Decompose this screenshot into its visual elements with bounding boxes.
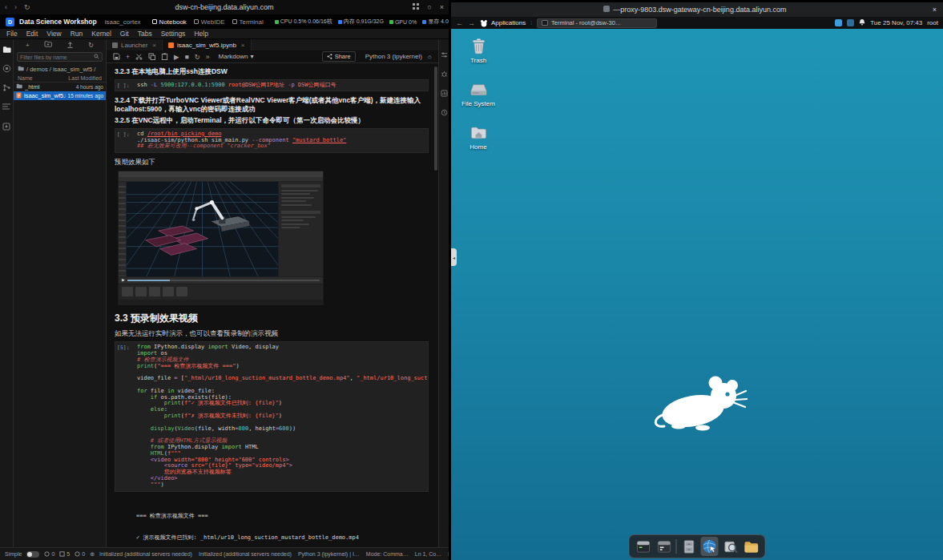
- simple-mode-toggle[interactable]: [26, 551, 39, 558]
- run-all-icon[interactable]: »: [206, 53, 210, 61]
- column-name[interactable]: Name: [18, 75, 33, 81]
- new-folder-icon[interactable]: [44, 41, 52, 49]
- cut-cell-icon[interactable]: [135, 53, 143, 60]
- session-icon[interactable]: ○: [427, 3, 431, 11]
- add-status-icon[interactable]: ⊕: [90, 551, 95, 558]
- extensions-icon[interactable]: [2, 122, 11, 131]
- column-modified[interactable]: Last Modified: [68, 75, 102, 81]
- menu-tabs[interactable]: Tabs: [138, 30, 152, 38]
- markdown-cell-expect[interactable]: 预期效果如下: [115, 158, 429, 167]
- close-vnc-icon[interactable]: ×: [933, 6, 937, 14]
- file-row-notebook[interactable]: isaac_sim_wf5.ipy… 15 minutes ago: [14, 91, 106, 100]
- code-editor[interactable]: ssh -L 5900:127.0.0.1:5900 root@DSW公网IP地…: [134, 80, 428, 91]
- kernels-count[interactable]: 5: [59, 551, 70, 557]
- dock-screenshot-tool-icon[interactable]: [722, 537, 739, 556]
- git-icon[interactable]: [2, 83, 11, 92]
- back-icon[interactable]: ‹: [5, 3, 7, 11]
- apps-grid-icon[interactable]: [413, 3, 419, 11]
- file-filter-input[interactable]: [20, 54, 92, 60]
- tab-terminal[interactable]: Terminal: [232, 18, 264, 26]
- running-sessions-icon[interactable]: [2, 64, 11, 73]
- taskbar-terminal-button[interactable]: Terminal - root@dsw-30…: [537, 18, 657, 28]
- file-list-header[interactable]: Name Last Modified: [14, 74, 106, 83]
- desktop-icon-trash[interactable]: Trash: [456, 37, 501, 64]
- breadcrumb[interactable]: / demos / isaac_sim_wf5 /: [14, 64, 106, 74]
- panel-user[interactable]: root: [927, 19, 938, 26]
- run-cell-icon[interactable]: ▶: [174, 53, 179, 61]
- notebook-scrollbar[interactable]: [434, 66, 437, 171]
- close-window-icon[interactable]: ×: [440, 3, 444, 11]
- dock-terminal-icon[interactable]: [635, 537, 652, 556]
- paste-cell-icon[interactable]: [161, 53, 168, 60]
- dock-terminal-window-icon[interactable]: [655, 537, 673, 556]
- desktop-icon-home[interactable]: Home: [456, 123, 501, 151]
- markdown-cell-324[interactable]: 3.2.4 下载并打开TurboVNC Viewer或者RealVNC View…: [115, 96, 429, 113]
- debugger-icon[interactable]: [440, 70, 449, 79]
- menu-settings[interactable]: Settings: [161, 30, 186, 38]
- tray-icon-display[interactable]: [847, 19, 854, 26]
- tab-notebook-file[interactable]: isaac_sim_wf5.ipynb ×: [163, 39, 251, 50]
- menu-git[interactable]: Git: [120, 30, 129, 38]
- file-browser-icon[interactable]: [2, 45, 11, 54]
- menu-view[interactable]: View: [46, 30, 61, 38]
- markdown-cell-325[interactable]: 3.2.5 在VNC远程中，启动Terminal，并运行以下命令即可（第一次启动…: [115, 116, 429, 125]
- menu-edit[interactable]: Edit: [26, 30, 38, 38]
- cursor-position[interactable]: Ln 1, Co…: [415, 551, 441, 557]
- dock-file-cabinet-icon[interactable]: [680, 537, 698, 556]
- desktop-icon-filesystem[interactable]: File System: [456, 80, 501, 107]
- refresh-icon[interactable]: ↻: [24, 3, 30, 11]
- menu-kernel[interactable]: Kernel: [91, 30, 111, 38]
- menu-help[interactable]: Help: [194, 30, 208, 38]
- code-editor[interactable]: from IPython.display import Video, displ…: [134, 342, 428, 490]
- editor-mode[interactable]: Mode: Comma…: [366, 551, 409, 557]
- dock-web-browser-icon[interactable]: [701, 537, 719, 556]
- restart-kernel-icon[interactable]: ↻: [195, 53, 200, 61]
- markdown-cell-323[interactable]: 3.2.3 在本地电脑上使用ssh连接DSW: [115, 67, 429, 76]
- save-icon[interactable]: [113, 53, 120, 60]
- forward-icon[interactable]: ›: [14, 3, 17, 11]
- file-row-html[interactable]: _html 4 hours ago: [14, 83, 106, 91]
- xfce-desktop[interactable]: Trash File System Home: [451, 29, 943, 560]
- kernel-status[interactable]: Python 3 (ipykernel) | I…: [298, 551, 360, 557]
- kernel-name[interactable]: Python 3 (ipykernel): [365, 53, 422, 60]
- vnc-control-handle[interactable]: ◂: [451, 248, 457, 266]
- applications-menu[interactable]: Applications: [480, 19, 526, 27]
- panel-bell-icon[interactable]: [859, 18, 865, 27]
- panel-clock[interactable]: Tue 25 Nov, 07:43: [870, 19, 922, 26]
- tab-launcher[interactable]: Launcher ×: [107, 39, 163, 50]
- close-tab-icon[interactable]: ×: [241, 42, 245, 49]
- cell-type-dropdown[interactable]: Markdown ▾: [219, 53, 254, 60]
- sessions-panel-icon[interactable]: [440, 108, 449, 117]
- new-launcher-icon[interactable]: +: [26, 42, 30, 49]
- stop-kernel-icon[interactable]: ■: [185, 53, 189, 61]
- active-file[interactable]: isaac_sim_wf5.ipy…: [448, 551, 449, 557]
- code-cell-ssh[interactable]: [ ]: ssh -L 5900:127.0.0.1:5900 root@DSW…: [115, 79, 429, 92]
- share-button[interactable]: Share: [322, 51, 356, 62]
- refresh-files-icon[interactable]: ↻: [88, 42, 94, 49]
- tab-webide[interactable]: WebIDE: [194, 18, 225, 26]
- dock-file-manager-icon[interactable]: [743, 537, 760, 556]
- terminals-count[interactable]: 0: [44, 551, 54, 557]
- menu-file[interactable]: File: [6, 30, 18, 38]
- isaac-left-toolbar: [119, 182, 127, 276]
- table-of-contents-icon[interactable]: [2, 103, 11, 111]
- kernel-usage-icon[interactable]: [440, 89, 449, 98]
- close-tab-icon[interactable]: ×: [152, 42, 156, 49]
- copy-cell-icon[interactable]: [148, 53, 155, 60]
- tray-icon-network[interactable]: [835, 19, 842, 26]
- history-forward-icon[interactable]: →: [468, 19, 475, 27]
- code-editor[interactable]: cd /root/bin_picking_demo./isaac-sim/pyt…: [134, 129, 428, 152]
- lsp-status-2[interactable]: Initialized (additional servers needed): [199, 551, 292, 557]
- sessions-count[interactable]: 0: [75, 551, 85, 557]
- tab-notebook[interactable]: Notebook: [152, 18, 187, 26]
- notebook-content[interactable]: 3.2.3 在本地电脑上使用ssh连接DSW [ ]: ssh -L 5900:…: [107, 63, 438, 547]
- property-inspector-icon[interactable]: [440, 50, 449, 59]
- add-cell-icon[interactable]: +: [126, 53, 130, 61]
- history-back-icon[interactable]: ←: [456, 19, 463, 27]
- upload-icon[interactable]: [66, 41, 74, 50]
- menu-run[interactable]: Run: [71, 30, 83, 38]
- code-cell-video[interactable]: [5]: from IPython.display import Video, …: [115, 341, 429, 491]
- markdown-cell-video-note[interactable]: 如果无法运行实时演示，也可以查看预录制的演示视频: [115, 329, 429, 338]
- code-cell-run-demo[interactable]: [ ]: cd /root/bin_picking_demo./isaac-si…: [115, 128, 429, 153]
- lsp-status-1[interactable]: Initialized (additional servers needed): [99, 551, 192, 557]
